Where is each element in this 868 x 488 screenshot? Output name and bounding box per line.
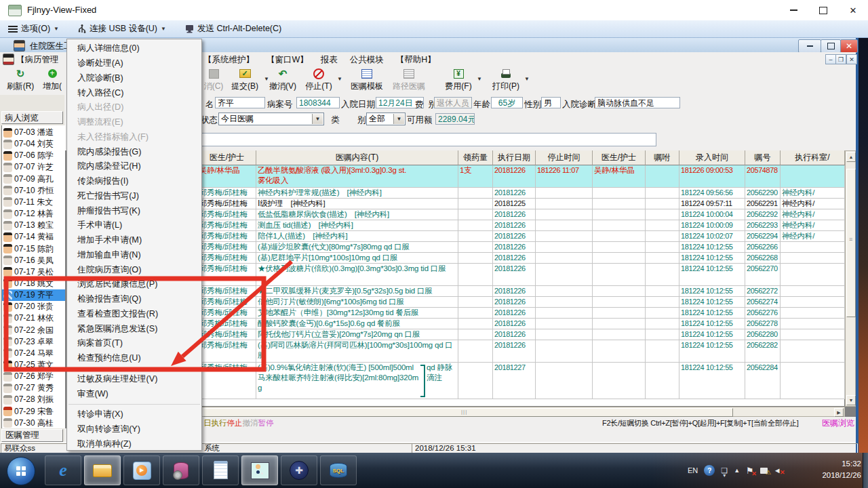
toolbar-button-0[interactable]: 刷新(R) [3, 68, 38, 93]
patient-list-item[interactable]: 07-25 萧文 [2, 359, 65, 371]
menu-item-medical-records[interactable]: 【病历管理 [16, 54, 59, 66]
context-menu-item-21[interactable]: 检查预约信息(U) [67, 351, 201, 366]
tray-volume-muted-icon[interactable] [774, 466, 781, 474]
tray-show-hidden-icons[interactable]: ▲ [734, 467, 740, 474]
patient-list-item[interactable]: 07-24 马翠 [2, 348, 65, 359]
order-row[interactable]: 吴静/林华晶乙酰半胱氨酸溶液 (吸入用)[3ml:0.3g]0.3g st. 雾… [198, 165, 845, 188]
orders-header-2[interactable]: 领药量 [458, 150, 493, 165]
context-menu-item-11[interactable]: 肿瘤报告书写(K) [67, 203, 201, 218]
patient-list-item[interactable]: 07-12 林善 [2, 208, 65, 220]
tray-action-center-icon[interactable] [746, 466, 754, 476]
context-menu-item-1[interactable]: 诊断处理(A) [67, 56, 201, 71]
tray-window-icon[interactable]: ❏ [721, 466, 728, 475]
orders-management-tab[interactable]: 医嘱管理 [1, 429, 63, 442]
order-row[interactable]: 邱秀梅/邱桂梅(基)0.9%氯化钠注射液(软)(海王) [500ml]500ml… [198, 363, 845, 399]
patient-list-item[interactable]: 07-21 林依 [2, 312, 65, 324]
app-menubar-item-3[interactable]: 公共模块 [350, 54, 384, 66]
orders-header-5[interactable]: 医生/护士 [593, 150, 646, 165]
patient-list-item[interactable]: 07-22 余国 [2, 325, 65, 336]
context-menu-item-28[interactable]: 取消单病种(Z) [67, 437, 201, 451]
orders-header-6[interactable]: 嘱咐 [646, 150, 679, 165]
context-menu-item-14[interactable]: 增加输血申请(N) [67, 248, 201, 263]
toolbar-button-9[interactable]: 打印(P) [490, 68, 522, 93]
mdi-close-button[interactable]: ✕ [846, 54, 857, 64]
patient-list-item[interactable]: 07-20 张贵 [2, 301, 65, 312]
context-menu-item-3[interactable]: 转入路径(C) [67, 85, 201, 100]
show-desktop-button[interactable] [863, 453, 868, 488]
order-row[interactable]: 邱秀梅/邱桂梅阿托伐他汀钙片(立普妥)[20mg*7s]20mg qn 口服20… [198, 329, 845, 340]
horizontal-scroll-thumb[interactable] [203, 408, 733, 417]
patient-list-item[interactable]: 07-09 高孔 [2, 174, 65, 185]
orders-vertical-scrollbar[interactable]: ▲ ▼ [845, 150, 856, 407]
order-type-dropdown[interactable]: 全部▼ [366, 113, 406, 125]
toolbar-button-1[interactable]: 增加( [39, 68, 66, 93]
patient-list-item[interactable]: 07-27 黄秀 [2, 382, 65, 394]
patient-list-item[interactable]: 07-30 高桂 [2, 418, 65, 428]
patient-list-item[interactable]: 07-11 朱文 [2, 197, 65, 208]
taskbar-hospital-app-button[interactable] [241, 455, 278, 485]
toolbar-button-7[interactable]: 路径医嘱 [389, 68, 429, 93]
viewer-menu-options[interactable]: 选项(O)▼ [5, 22, 62, 36]
orders-header-4[interactable]: 停止时间 [536, 150, 593, 165]
order-row[interactable]: 邱秀梅/邱桂梅低盐低脂糖尿病饮食(描述) [神经内科]2018122618122… [198, 209, 845, 220]
order-row[interactable]: 邱秀梅/邱桂梅Ⅰ级护理 [神经内科]20181225181224 09:57:1… [198, 199, 845, 209]
toolbar-button-5[interactable]: 停止(T) [302, 68, 335, 93]
context-menu-item-17[interactable]: 检验报告查询(Q) [67, 292, 201, 307]
context-menu-item-12[interactable]: 手术申请(L) [67, 218, 201, 233]
chevron-down-icon[interactable]: ▼ [524, 76, 530, 82]
patient-list-item[interactable]: 07-06 陈学 [2, 150, 65, 161]
toolbar-button-4[interactable]: 撤消(V) [266, 68, 300, 93]
context-menu-item-16[interactable]: 浏览居民健康信息(P) [67, 277, 201, 292]
app-menubar-item-1[interactable]: 【窗口W】 [267, 54, 309, 66]
context-menu-item-19[interactable]: 紧急医嘱消息发送(S) [67, 321, 201, 336]
taskbar-sql-server-button[interactable] [320, 455, 357, 485]
app-menubar-item-2[interactable]: 报表 [321, 54, 338, 66]
context-menu-item-2[interactable]: 入院诊断(B) [67, 71, 201, 86]
context-menu-item-23[interactable]: 过敏及病生理处理(V) [67, 372, 201, 387]
viewer-close-button[interactable]: ✕ [838, 0, 868, 20]
context-menu-item-9[interactable]: 传染病报告(I) [67, 174, 201, 189]
viewer-minimize-button[interactable] [778, 0, 808, 20]
toolbar-button-8[interactable]: 费用(F) [442, 68, 475, 93]
chevron-down-icon[interactable]: ▼ [477, 76, 482, 82]
viewer-menu-send-cad[interactable]: 发送 Ctrl-Alt-Delete(C) [182, 22, 284, 36]
scroll-up-button[interactable]: ▲ [846, 152, 856, 162]
order-row[interactable]: 邱秀梅/邱桂梅(基)阿司匹林肠溶片(拜阿司匹林)[100mg*30s]100mg… [198, 340, 845, 363]
orders-browse-link[interactable]: 医嘱浏览 [822, 418, 854, 429]
app-minimize-button[interactable] [798, 39, 821, 53]
context-menu-item-24[interactable]: 审查(W) [67, 386, 201, 401]
toolbar-button-3[interactable]: 提交(B) [228, 68, 262, 93]
mdi-restore-button[interactable]: ❐ [835, 54, 846, 64]
app-menubar-item-0[interactable]: 【系统维护】 [203, 54, 254, 66]
order-row[interactable]: 邱秀梅/邱桂梅醋酸钙胶囊(金丐)[0.6g*15s]0.6g qd 餐前服201… [198, 319, 845, 329]
context-menu-item-0[interactable]: 病人详细信息(0) [67, 41, 201, 56]
patient-list-item[interactable]: 07-28 刘振 [2, 394, 65, 405]
patient-list-item[interactable]: 07-07 许芝 [2, 161, 65, 173]
patient-list-item[interactable]: 07-29 宋鲁 [2, 406, 65, 418]
mdi-minimize-button[interactable]: – [825, 54, 836, 64]
start-button[interactable] [7, 457, 35, 485]
orders-header-7[interactable]: 录入时间 [679, 150, 745, 165]
context-menu-item-15[interactable]: 住院病历查询(O) [67, 262, 201, 277]
orders-horizontal-scrollbar[interactable]: ▶ [198, 407, 845, 417]
patient-list-item[interactable]: 07-17 吴松 [2, 266, 65, 278]
patient-list-item[interactable]: 07-13 赖宝 [2, 220, 65, 231]
order-row[interactable]: 邱秀梅/邱桂梅陪伴1人(描述) [神经内科]20181226181224 10:… [198, 231, 845, 242]
patient-list-item[interactable]: 07-10 乔恒 [2, 185, 65, 197]
app-close-button[interactable]: ✕ [840, 39, 858, 53]
context-menu-item-20[interactable]: 病案首页(T) [67, 336, 201, 351]
order-row[interactable]: 邱秀梅/邱桂梅(基)尼群地平片[10mg*100s]10mg qd 口服2018… [198, 253, 845, 264]
context-menu-item-26[interactable]: 转诊申请(X) [67, 407, 201, 422]
orders-header-8[interactable]: 嘱号 [745, 150, 781, 165]
tray-help-icon[interactable]: ? [704, 465, 715, 476]
context-menu-item-7[interactable]: 院内感染报告(G) [67, 144, 201, 159]
patient-list-item[interactable]: 07-15 陈韵 [2, 243, 65, 255]
toolbar-button-2[interactable]: 消(C) [201, 68, 226, 93]
taskbar-internet-explorer-button[interactable] [45, 455, 81, 485]
viewer-maximize-button[interactable] [808, 0, 838, 20]
patient-list-item[interactable]: 07-03 潘道 [2, 127, 65, 138]
viewer-menu-usb[interactable]: 连接 USB 设备(U)▼ [75, 22, 169, 36]
taskbar-file-explorer-button[interactable] [84, 455, 121, 485]
order-row[interactable]: 邱秀梅/邱桂梅★伏格列波糖片(倍欣)(0.3mg)[0.3mg*30s]0.3m… [198, 264, 845, 286]
context-menu-item-27[interactable]: 双向转诊查询(Y) [67, 422, 201, 437]
